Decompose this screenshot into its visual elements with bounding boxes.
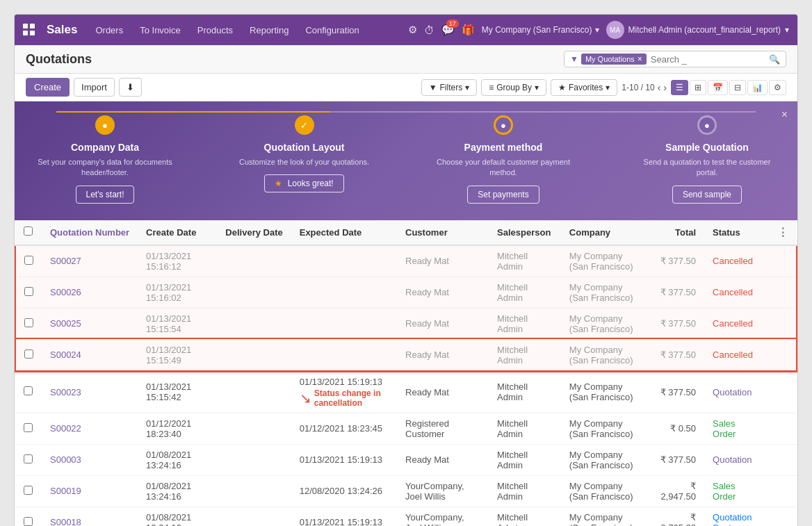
- favorites-button[interactable]: ★ Favorites ▾: [551, 79, 617, 96]
- row-checkbox-cell[interactable]: [15, 444, 42, 475]
- nav-to-invoice[interactable]: To Invoice: [133, 21, 188, 40]
- banner-close-button[interactable]: ×: [781, 108, 788, 121]
- row-checkbox-cell[interactable]: [15, 475, 42, 507]
- user-menu[interactable]: MA Mitchell Admin (account_financial_rep…: [606, 21, 789, 39]
- filter-tag-close-icon[interactable]: ×: [638, 54, 642, 64]
- row-checkbox-cell[interactable]: [15, 245, 42, 277]
- row-actions-cell: [769, 507, 797, 526]
- row-checkbox-cell[interactable]: [15, 339, 42, 371]
- row-quotation-number[interactable]: S00027: [42, 245, 138, 277]
- group-by-button[interactable]: ≡ Group By ▾: [481, 79, 546, 96]
- prev-page-button[interactable]: ‹: [658, 82, 661, 93]
- grid-view-button[interactable]: ⊟: [729, 80, 746, 95]
- next-page-button[interactable]: ›: [663, 82, 667, 93]
- col-header-status[interactable]: Status: [704, 220, 769, 245]
- row-quotation-number[interactable]: S00026: [42, 277, 138, 308]
- col-header-create-date[interactable]: Create Date: [138, 220, 217, 245]
- step-payment-title: Payment method: [464, 142, 543, 153]
- clock-icon[interactable]: ⏱: [424, 24, 435, 36]
- kanban-view-button[interactable]: ⊞: [690, 80, 706, 95]
- gift-icon[interactable]: 🎁: [462, 24, 475, 36]
- search-bar: ▼ My Quotations × 🔍: [564, 51, 786, 67]
- row-checkbox[interactable]: [24, 287, 33, 296]
- row-delivery-date: [217, 413, 291, 444]
- filters-button[interactable]: ▼ Filters ▾: [421, 79, 478, 96]
- step-company-action[interactable]: Let's start!: [76, 186, 135, 204]
- select-all-checkbox[interactable]: [24, 227, 33, 236]
- list-view-button[interactable]: ☰: [671, 80, 688, 95]
- row-quotation-number[interactable]: S00022: [42, 413, 138, 444]
- calendar-view-button[interactable]: 📅: [708, 80, 728, 95]
- row-quotation-number[interactable]: S00003: [42, 444, 138, 475]
- row-customer: Ready Mat: [397, 339, 489, 371]
- row-checkbox[interactable]: [24, 318, 33, 327]
- row-actions-cell: [769, 277, 797, 308]
- row-quotation-number[interactable]: S00019: [42, 475, 138, 507]
- settings-icon[interactable]: ⚙: [408, 24, 417, 36]
- col-header-customer[interactable]: Customer: [397, 220, 489, 245]
- col-header-actions: ⋮: [769, 220, 797, 245]
- row-quotation-number[interactable]: S00025: [42, 308, 138, 339]
- row-quotation-number[interactable]: S00018: [42, 507, 138, 526]
- step-company-title: Company Data: [71, 142, 139, 153]
- settings-view-button[interactable]: ⚙: [769, 80, 786, 95]
- nav-products[interactable]: Products: [190, 21, 240, 40]
- row-quotation-number[interactable]: S00023: [42, 371, 138, 413]
- col-header-total[interactable]: Total: [649, 220, 704, 245]
- row-company: My Company (San Francisco): [561, 339, 649, 371]
- favorites-chevron-icon: ▾: [606, 83, 610, 92]
- row-checkbox-cell[interactable]: [15, 507, 42, 526]
- row-checkbox[interactable]: [24, 350, 33, 359]
- row-checkbox-cell[interactable]: [15, 308, 42, 339]
- step-layout-title: Quotation Layout: [264, 142, 345, 153]
- download-button[interactable]: ⬇: [119, 78, 142, 97]
- user-name: Mitchell Admin (account_financial_report…: [628, 25, 781, 35]
- step-layout-action[interactable]: ★★ Looks great! Looks great!: [264, 174, 343, 192]
- row-checkbox[interactable]: [24, 517, 33, 526]
- row-checkbox[interactable]: [24, 486, 33, 495]
- column-options-icon[interactable]: ⋮: [777, 227, 788, 238]
- row-create-date: 01/13/2021 15:15:49: [138, 339, 217, 371]
- row-quotation-number[interactable]: S00024: [42, 339, 138, 371]
- chat-icon[interactable]: 💬 17: [441, 24, 455, 36]
- import-button[interactable]: Import: [74, 78, 115, 97]
- col-header-expected-date[interactable]: Expected Date: [291, 220, 397, 245]
- company-selector[interactable]: My Company (San Francisco) ▾: [482, 25, 599, 35]
- row-customer: Ready Mat: [397, 245, 489, 277]
- star-icon: ★: [275, 179, 282, 188]
- nav-configuration[interactable]: Configuration: [298, 21, 366, 40]
- row-company: My Company (San Francisco): [561, 245, 649, 277]
- search-filter-tag[interactable]: My Quotations ×: [581, 54, 647, 65]
- quotations-table: Quotation Number Create Date Delivery Da…: [15, 220, 797, 526]
- col-header-delivery-date[interactable]: Delivery Date: [217, 220, 291, 245]
- col-header-salesperson[interactable]: Salesperson: [489, 220, 561, 245]
- nav-reporting[interactable]: Reporting: [243, 21, 295, 40]
- row-checkbox[interactable]: [24, 386, 33, 395]
- col-header-quotation-number[interactable]: Quotation Number: [42, 220, 138, 245]
- row-checkbox-cell[interactable]: [15, 371, 42, 413]
- step-sample-action[interactable]: Send sample: [672, 186, 742, 204]
- row-company: My Company (San Francisco): [561, 475, 649, 507]
- step-payment-action[interactable]: Set payments: [467, 186, 539, 204]
- select-all-header[interactable]: [15, 220, 42, 245]
- col-header-company[interactable]: Company: [561, 220, 649, 245]
- group-by-icon: ≡: [489, 83, 494, 92]
- chart-view-button[interactable]: 📊: [747, 80, 768, 95]
- step-payment-circle: ●: [494, 115, 513, 135]
- row-checkbox[interactable]: [24, 423, 33, 432]
- create-button[interactable]: Create: [26, 78, 70, 97]
- row-customer: Ready Mat: [397, 371, 489, 413]
- action-bar: Create Import ⬇ ▼ Filters ▾ ≡ Group By ▾…: [15, 74, 797, 101]
- row-checkbox[interactable]: [24, 454, 33, 463]
- pagination: 1-10 / 10 ‹ ›: [622, 82, 667, 93]
- row-checkbox-cell[interactable]: [15, 413, 42, 444]
- row-company: My Company (San Francisco): [561, 371, 649, 413]
- apps-grid-icon[interactable]: [23, 24, 35, 36]
- row-company: My Company (San Francisco): [561, 507, 649, 526]
- search-input[interactable]: [651, 54, 769, 65]
- row-checkbox-cell[interactable]: [15, 277, 42, 308]
- nav-orders[interactable]: Orders: [88, 21, 130, 40]
- search-magnifier-icon[interactable]: 🔍: [769, 54, 780, 65]
- row-checkbox[interactable]: [24, 256, 33, 265]
- toolbar: Quotations ▼ My Quotations × 🔍: [15, 45, 797, 74]
